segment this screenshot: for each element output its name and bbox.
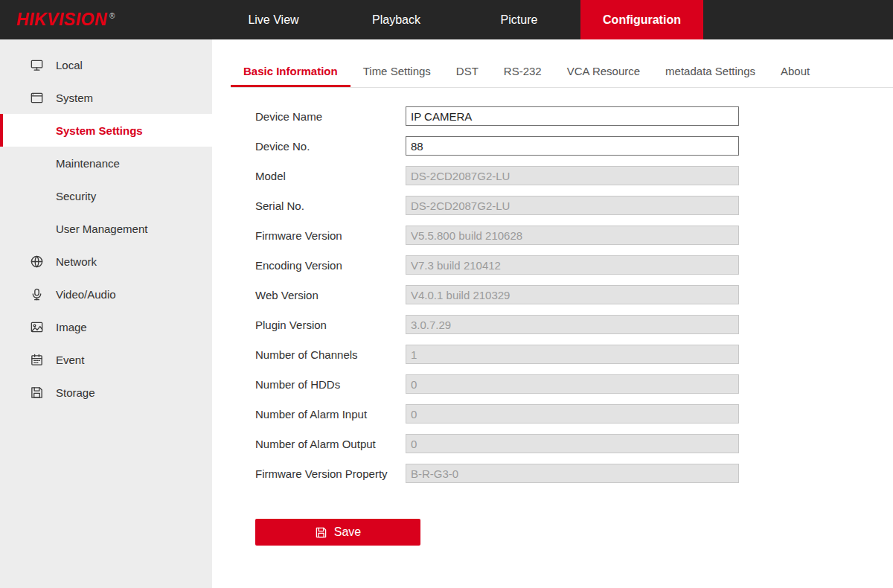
top-navigation-bar: HIKVISION ® Live View Playback Picture C… [0,0,893,39]
form-row: Web Version [255,285,893,304]
sidebar-item-image[interactable]: Image [0,310,212,343]
plugin-version-field [406,315,739,334]
hikvision-logo: HIKVISION ® [0,0,212,39]
model-field [406,166,739,185]
encoding-version-field [406,255,739,275]
sidebar-item-system[interactable]: System [0,81,212,114]
form-row: Number of Alarm Input [255,404,893,424]
field-label: Web Version [255,289,406,301]
sidebar: Local System System Settings Maintenance… [0,39,212,588]
form-row: Firmware Version Property [255,464,893,483]
sidebar-subitem-label: System Settings [56,124,143,137]
form-row: Encoding Version [255,255,893,275]
tab-bar: Basic Information Time Settings DST RS-2… [231,57,893,88]
sidebar-item-label: Network [56,255,97,268]
field-label: Serial No. [255,199,406,212]
main-nav: Live View Playback Picture Configuration [212,0,703,39]
sidebar-item-label: Event [56,354,84,366]
field-label: Number of HDDs [255,378,406,391]
firmware-version-field [406,226,739,245]
number-of-alarm-output-field [406,434,739,453]
sidebar-item-label: Video/Audio [56,288,116,301]
field-label: Firmware Version Property [255,467,406,480]
sidebar-item-label: Storage [56,386,95,399]
calendar-icon [30,353,44,367]
sidebar-subitem-label: Security [56,190,96,202]
sidebar-item-label: Image [56,321,87,333]
sidebar-item-local[interactable]: Local [0,48,212,81]
device-no-input[interactable] [406,136,739,156]
field-label: Encoding Version [255,259,406,272]
save-icon [315,526,327,539]
globe-icon [30,255,44,269]
logo-text: HIKVISION [16,10,107,30]
sidebar-subitem-label: Maintenance [56,157,120,170]
sidebar-item-label: System [56,92,93,104]
form-row: Number of HDDs [255,374,893,394]
field-label: Plugin Version [255,319,406,331]
save-button-label: Save [334,525,361,539]
sidebar-item-security[interactable]: Security [0,179,212,212]
sidebar-item-video-audio[interactable]: Video/Audio [0,278,212,310]
monitor-icon [30,58,44,72]
number-of-channels-field [406,345,739,364]
sidebar-item-event[interactable]: Event [0,343,212,376]
sidebar-item-user-management[interactable]: User Management [0,212,212,245]
basic-information-form: Device Name Device No. Model Serial No. … [255,106,893,483]
form-row: Device Name [255,106,893,126]
field-label: Number of Alarm Output [255,438,406,450]
image-icon [30,320,44,334]
form-row: Firmware Version [255,226,893,245]
sidebar-item-storage[interactable]: Storage [0,376,212,409]
field-label: Device Name [255,110,406,123]
system-icon [30,91,44,105]
sidebar-item-system-settings[interactable]: System Settings [0,114,212,147]
nav-picture[interactable]: Picture [458,0,580,39]
sidebar-item-label: Local [56,59,83,71]
tab-time-settings[interactable]: Time Settings [351,57,444,87]
nav-configuration[interactable]: Configuration [580,0,703,39]
web-version-field [406,285,739,304]
form-row: Number of Alarm Output [255,434,893,453]
form-row: Device No. [255,136,893,156]
sidebar-item-maintenance[interactable]: Maintenance [0,147,212,179]
sidebar-item-network[interactable]: Network [0,245,212,278]
firmware-version-property-field [406,464,739,483]
tab-rs232[interactable]: RS-232 [491,57,554,87]
tab-metadata-settings[interactable]: metadata Settings [653,57,768,87]
tab-dst[interactable]: DST [444,57,491,87]
save-button[interactable]: Save [255,519,420,546]
disk-icon [30,386,44,400]
serial-no-field [406,196,739,215]
field-label: Firmware Version [255,229,406,242]
field-label: Device No. [255,140,406,153]
number-of-alarm-input-field [406,404,739,424]
form-row: Plugin Version [255,315,893,334]
tab-about[interactable]: About [768,57,822,87]
nav-live-view[interactable]: Live View [212,0,335,39]
audio-icon [30,287,44,301]
field-label: Model [255,170,406,182]
field-label: Number of Channels [255,348,406,361]
nav-playback[interactable]: Playback [335,0,458,39]
form-row: Model [255,166,893,185]
field-label: Number of Alarm Input [255,408,406,421]
form-row: Serial No. [255,196,893,215]
main-content: Basic Information Time Settings DST RS-2… [212,39,893,588]
tab-vca-resource[interactable]: VCA Resource [554,57,653,87]
tab-basic-information[interactable]: Basic Information [231,57,351,87]
device-name-input[interactable] [406,106,739,126]
sidebar-subitem-label: User Management [56,223,147,235]
form-row: Number of Channels [255,345,893,364]
number-of-hdds-field [406,374,739,394]
logo-registered-mark: ® [109,12,115,20]
